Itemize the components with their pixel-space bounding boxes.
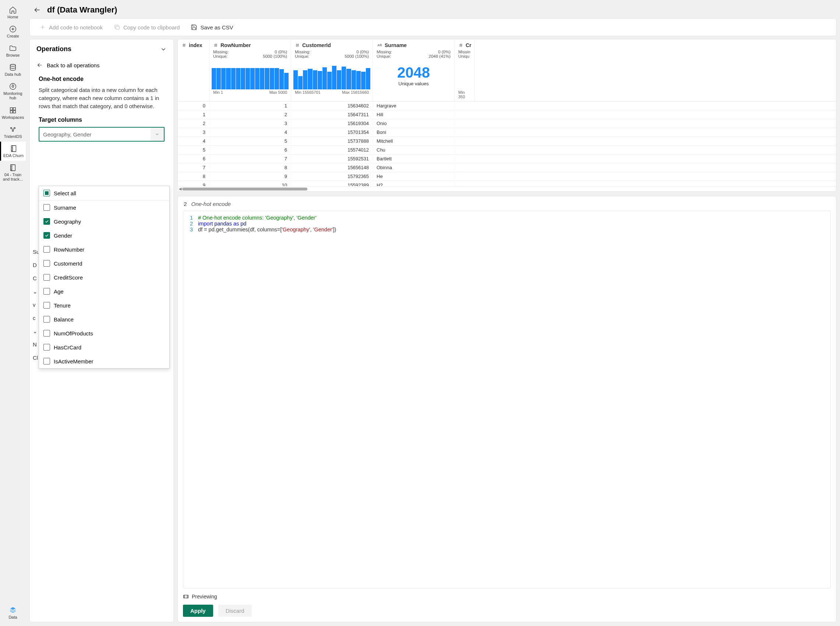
save-csv-label: Save as CSV [200,24,233,31]
dropdown-option-hascrcard[interactable]: HasCrCard [39,340,169,354]
column-header-customerid[interactable]: CustomerIdMissing:0 (0%)Unique:5000 (100… [291,39,373,101]
checkbox-icon[interactable] [44,344,50,351]
svg-point-1 [10,64,16,67]
checkbox-icon[interactable] [44,274,50,281]
checkbox-icon[interactable] [44,246,50,253]
table-row[interactable]: 8915792365He [178,172,836,181]
checkbox-icon[interactable] [44,358,50,365]
trident-icon [9,125,17,133]
table-row[interactable]: 0115634602Hargrave [178,102,836,110]
column-header-cr[interactable]: CrMissinUniquMin 350 [455,39,474,101]
rail-item-data-hub[interactable]: Data hub [0,60,26,80]
dropdown-option-surname[interactable]: Surname [39,200,169,214]
data-grid: indexRowNumberMissing:0 (0%)Unique:5000 … [177,39,836,192]
dropdown-option-rownumber[interactable]: RowNumber [39,243,169,257]
table-row[interactable]: 7815656148Obinna [178,163,836,172]
column-header-rownumber[interactable]: RowNumberMissing:0 (0%)Unique:5000 (100%… [209,39,291,101]
code-preview-panel: 2 One-hot encode 1# One-hot encode colum… [177,196,836,622]
add-code-button[interactable]: Add code to notebook [36,22,107,32]
chevron-down-icon[interactable] [160,46,167,53]
table-row[interactable]: 3415701354Boni [178,128,836,137]
checkbox-icon[interactable] [44,204,50,211]
svg-rect-3 [10,107,13,110]
operation-title: One-hot encode [30,74,173,86]
checkbox-icon[interactable] [44,302,50,308]
back-arrow-icon[interactable] [33,6,41,14]
svg-rect-4 [13,107,16,110]
grid-body[interactable]: 0115634602Hargrave1215647311Hill23156193… [178,102,836,186]
table-row[interactable]: 6715592531Bartlett [178,155,836,163]
dropdown-option-numofproducts[interactable]: NumOfProducts [39,326,169,340]
checkbox-icon[interactable] [44,260,50,267]
rail-item-workspaces[interactable]: Workspaces [0,103,26,122]
rail-item-eda-churn[interactable]: EDA Churn [0,142,26,161]
home-icon [9,6,17,14]
page-title: df (Data Wrangler) [47,5,117,15]
dropdown-option-creditscore[interactable]: CreditScore [39,270,169,284]
horizontal-scrollbar[interactable]: ◀ [178,186,836,191]
notebook-icon [9,144,18,153]
target-columns-label: Target columns [30,117,173,125]
preview-status: Previewing [192,594,217,599]
column-header-surname[interactable]: SurnameMissing:0 (0%)Unique:2048 (41%)20… [373,39,455,101]
table-row[interactable]: 1215647311Hill [178,110,836,119]
dropdown-option-customerid[interactable]: CustomerId [39,257,169,270]
table-row[interactable]: 4515737888Mitchell [178,137,836,146]
dropdown-option-geography[interactable]: Geography [39,214,169,228]
hash-type-icon [213,43,218,48]
titlebar: df (Data Wrangler) [26,0,840,19]
checkbox-icon[interactable] [44,190,50,196]
checkbox-icon[interactable] [44,288,50,294]
dropdown-option-balance[interactable]: Balance [39,312,169,326]
table-row[interactable]: 2315619304Onio [178,119,836,128]
rail-item-data[interactable]: Data [0,603,26,622]
hash-type-icon [182,43,187,48]
svg-point-9 [12,130,14,131]
preview-step-name: One-hot encode [192,201,231,207]
rail-item-home[interactable]: Home [0,3,26,22]
preview-step-number: 2 [184,201,187,207]
chevron-down-icon[interactable] [151,128,164,141]
target-columns-dropdown[interactable]: Select allSurnameGeographyGenderRowNumbe… [39,186,170,369]
data-icon [9,606,17,614]
panel-title: Operations [36,45,71,53]
notebook-icon [9,164,17,172]
rail-item-create[interactable]: Create [0,22,26,41]
table-row[interactable]: 5615574012Chu [178,146,836,155]
checkbox-icon[interactable] [44,218,50,225]
copy-code-button[interactable]: Copy code to clipboard [110,22,183,32]
dropdown-option-select-all[interactable]: Select all [39,186,169,200]
table-row[interactable]: 91015592389H? [178,181,836,186]
checkbox-icon[interactable] [44,316,50,322]
rail-item-browse[interactable]: Browse [0,41,26,60]
code-editor[interactable]: 1# One-hot encode columns: 'Geography', … [183,211,831,588]
discard-button[interactable]: Discard [218,605,252,617]
compass-icon [9,82,17,91]
dropdown-option-age[interactable]: Age [39,284,169,298]
toolbar: Add code to notebook Copy code to clipbo… [30,19,836,36]
database-icon [9,63,17,71]
dropdown-option-isactivemember[interactable]: IsActiveMember [39,354,169,368]
dropdown-option-tenure[interactable]: Tenure [39,298,169,312]
checkbox-icon[interactable] [44,330,50,336]
dropdown-option-gender[interactable]: Gender [39,228,169,243]
rail-item-04-train-and-track-[interactable]: 04 - Train and track... [0,161,26,184]
svg-rect-13 [184,595,188,598]
hash-type-icon [295,43,300,48]
column-header-index[interactable]: index [178,39,209,101]
svg-rect-5 [10,110,13,113]
save-csv-button[interactable]: Save as CSV [187,22,237,32]
rail-item-tridentds[interactable]: TridentDS [0,122,26,142]
apply-button[interactable]: Apply [183,605,213,617]
add-code-label: Add code to notebook [49,24,103,31]
rail-item-monitoring-hub[interactable]: Monitoring hub [0,80,26,103]
abc-type-icon [377,43,382,48]
target-columns-input[interactable] [39,131,151,138]
folder-icon [9,44,17,52]
back-to-operations-link[interactable]: Back to all operations [30,58,173,74]
checkbox-icon[interactable] [44,232,50,239]
target-columns-combo[interactable] [39,127,165,142]
svg-point-7 [11,127,12,129]
svg-rect-6 [13,110,16,113]
operations-panel: Operations Back to all operations One-ho… [30,39,174,622]
